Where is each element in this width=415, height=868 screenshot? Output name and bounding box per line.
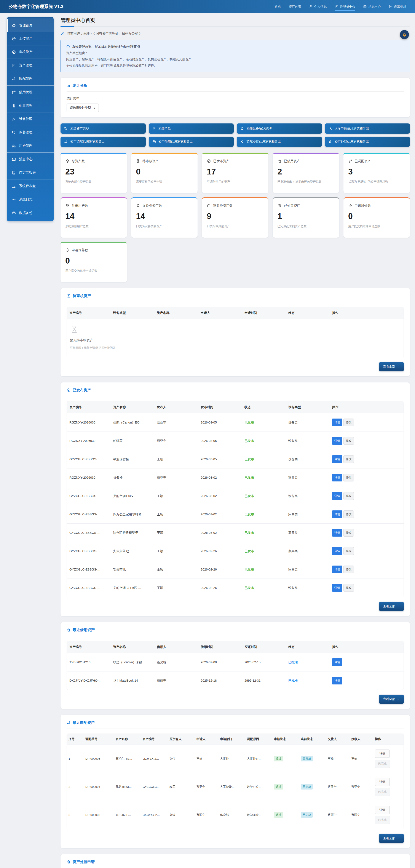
edit-button[interactable]: 修改 <box>344 437 354 445</box>
edit-button[interactable]: 修改 <box>344 547 354 555</box>
detail-button[interactable]: 详情 <box>375 749 390 758</box>
cell-text: 家具类 <box>288 531 298 534</box>
cell-text: 家具类 <box>288 476 298 479</box>
stat-card-已借用资产: 已借用资产2已批准借出 + 逾期未还的资产总数 <box>273 153 339 193</box>
nav-link-profile[interactable]: 个人信息 <box>309 0 327 13</box>
sidebar-item-admin-home[interactable]: 管理首页 <box>7 19 54 32</box>
cell-text: GYZCGLC-ZBBGS-… <box>69 568 100 571</box>
add-device-furniture-type-button[interactable]: 添加设备/家具类型 <box>237 123 322 134</box>
edit-button[interactable]: 修改 <box>344 565 354 574</box>
sidebar-item-maintenance-management[interactable]: 保养管理 <box>7 126 54 139</box>
sidebar-item-upload-assets[interactable]: 上传资产 <box>7 32 54 45</box>
shield-icon <box>12 130 16 135</box>
detail-button[interactable]: 详情 <box>332 584 342 592</box>
table-row: 1DP-000005苏泊尔（S…LDJYZX-2…张伟王楠人事处人事处办…通过已… <box>67 745 404 773</box>
view-all-button[interactable]: 查看全部→ <box>379 834 404 843</box>
sidebar-item-label: 数据备份 <box>19 211 32 215</box>
stat-card-value: 23 <box>65 167 122 177</box>
edit-button[interactable]: 修改 <box>344 510 354 518</box>
table-row: RGZNXY-2026030…折叠椅曹亚宁2026-03-02已发布家具类详情修… <box>67 468 404 487</box>
cell-text: 王颖 <box>157 494 163 498</box>
allocation-info-export-button[interactable]: 资产调配信息浏览和导出 <box>61 136 146 147</box>
column-header: 应还时间 <box>242 641 286 653</box>
edit-button[interactable]: 修改 <box>344 529 354 536</box>
detail-button[interactable]: 详情 <box>332 455 342 463</box>
sidebar-item-system-logs[interactable]: 系统日志 <box>7 193 54 206</box>
nav-link-asset-list[interactable]: 资产列表 <box>289 0 301 13</box>
column-header: 交接人 <box>326 734 350 745</box>
detail-button[interactable]: 详情 <box>332 565 342 574</box>
view-all-button[interactable]: 查看全部→ <box>379 602 404 611</box>
detail-button[interactable]: 详情 <box>332 492 342 500</box>
inbound-request-export-button[interactable]: 入库申请信息浏览和导出 <box>325 123 410 134</box>
view-all-button[interactable]: 查看全部→ <box>379 694 404 704</box>
status-text: 已发布 <box>245 513 254 516</box>
borrow-info-export-button[interactable]: 资产借用信息浏览和导出 <box>149 136 234 147</box>
sidebar-item-allocation-management[interactable]: 调配管理 <box>7 72 54 86</box>
stat-card-label: 已发布资产 <box>213 159 229 163</box>
sidebar-item-custom-reports[interactable]: 自定义报表 <box>7 166 54 180</box>
stat-card-desc: 用户提交的维修申请总数 <box>348 224 405 228</box>
add-unit-button[interactable]: 添加单位 <box>149 123 234 134</box>
table-row: RGZNXY-2026030…佳能（Canon）EO…曹亚宁2026-03-05… <box>67 413 404 432</box>
notification-bell-button[interactable] <box>400 30 409 39</box>
view-all-button[interactable]: 查看全部→ <box>379 362 404 371</box>
stat-card-label: 注册用户数 <box>72 204 88 208</box>
nav-link-home[interactable]: 首页 <box>275 0 281 13</box>
building-icon <box>152 127 156 131</box>
nav-link-logout[interactable]: 退出登录 <box>389 0 406 13</box>
detail-button[interactable]: 详情 <box>375 778 390 786</box>
sidebar-item-user-management[interactable]: 用户管理 <box>7 139 54 153</box>
detail-button[interactable]: 详情 <box>332 547 342 555</box>
edit-button[interactable]: 修改 <box>344 584 354 592</box>
cell-text: 刘镇 <box>169 813 175 816</box>
sidebar-item-label: 系统日志 <box>19 197 32 202</box>
detail-button[interactable]: 详情 <box>332 418 342 426</box>
drive-icon <box>12 211 16 215</box>
column-header: 资产编号 <box>141 734 168 745</box>
nav-link-label: 资产列表 <box>289 4 301 9</box>
detail-button[interactable]: 详情 <box>332 474 342 482</box>
wrench-icon <box>348 204 353 208</box>
action-buttons: 详情修改 <box>332 584 401 592</box>
current-user-text: 当前用户：王颖 -《 国有资产管理处、招标办公室 》 <box>67 32 142 36</box>
sidebar-item-system-dashboard[interactable]: 系统仪表盘 <box>7 180 54 193</box>
cell-text: 2 <box>68 785 70 788</box>
nav-link-admin-center[interactable]: 管理员中心 <box>334 0 356 13</box>
detail-button[interactable]: 详情 <box>332 677 342 684</box>
detail-button[interactable]: 详情 <box>332 529 342 536</box>
detail-button[interactable]: 详情 <box>375 806 390 814</box>
sidebar-item-data-backup[interactable]: 数据备份 <box>7 206 54 220</box>
status-badge: 已完成 <box>301 756 313 762</box>
sidebar-item-asset-management[interactable]: 资产管理 <box>7 59 54 72</box>
stat-card-注册用户数: 注册用户数14系统注册用户总数 <box>61 197 127 238</box>
stat-card-header: 申请保养数 <box>65 248 122 252</box>
alert-line-4: 单位添加后供普通用户、部门管理员及总管理员添加资产时选择. <box>66 62 405 69</box>
detail-button[interactable]: 详情 <box>332 437 342 445</box>
sidebar-item-review-assets[interactable]: 审核资产 <box>7 45 54 59</box>
column-header: 资产编号 <box>67 401 111 413</box>
edit-button[interactable]: 修改 <box>344 474 354 482</box>
add-asset-type-button[interactable]: 添加资产类型 <box>61 123 146 134</box>
sidebar-item-repair-management[interactable]: 维修管理 <box>7 113 54 126</box>
sidebar-item-label: 管理首页 <box>19 23 32 28</box>
stat-card-value: 17 <box>206 167 263 177</box>
sidebar-item-message-center[interactable]: 消息中心 <box>7 153 54 166</box>
cell-text: 设备类 <box>288 421 298 424</box>
sidebar-item-borrow-management[interactable]: 借用管理 <box>7 86 54 99</box>
edit-button[interactable]: 修改 <box>344 418 354 426</box>
allocated-assets-table: 序号调配单号资产名称资产编号原所有人申请人申请部门调配原因审核状态当前状态交接人… <box>67 734 404 829</box>
page-title: 管理员中心首页 <box>61 17 410 24</box>
edit-button[interactable]: 修改 <box>344 455 354 463</box>
nav-link-label: 管理员中心 <box>340 4 356 9</box>
handover-info-export-button[interactable]: 调配交接信息浏览和导出 <box>237 136 322 147</box>
nav-link-message-center[interactable]: 消息中心 <box>363 0 381 13</box>
stat-card-已处置资产: 已处置资产1已完成处置的资产总数 <box>273 197 339 238</box>
sidebar-item-disposal-management[interactable]: 处置管理 <box>7 99 54 113</box>
detail-button[interactable]: 详情 <box>332 510 342 518</box>
disposal-info-export-button[interactable]: 资产处置信息浏览和导出 <box>325 136 410 147</box>
detail-button[interactable]: 详情 <box>332 658 342 666</box>
edit-button[interactable]: 修改 <box>344 492 354 500</box>
action-button-label: 资产借用信息浏览和导出 <box>158 140 193 144</box>
stat-type-select[interactable]: 请选择统计类型 ∨ <box>67 103 99 112</box>
